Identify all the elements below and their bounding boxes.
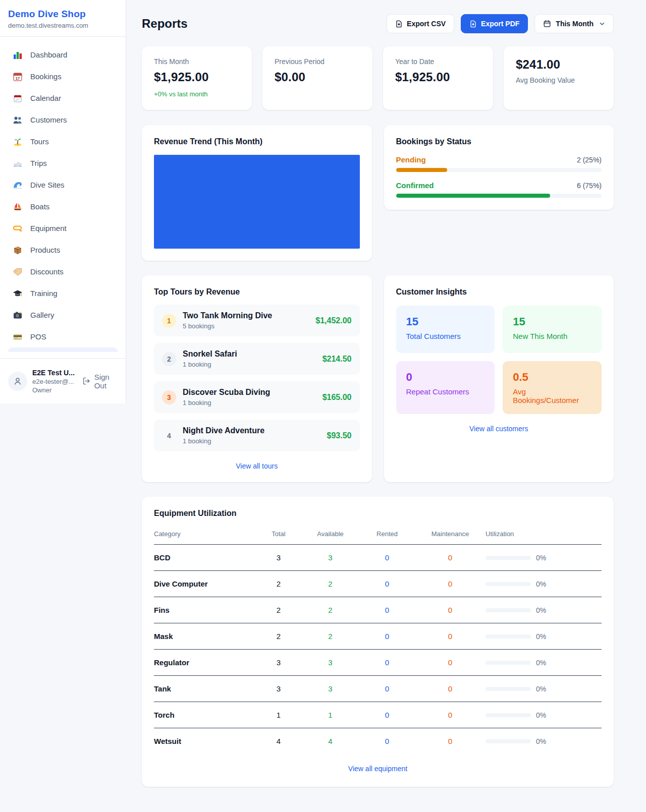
table-row: Wetsuit 4 4 0 0 0%	[154, 728, 602, 755]
sidebar-item-label: Equipment	[30, 224, 67, 233]
column-header-utilization: Utilization	[486, 525, 602, 545]
cell-available: 2	[301, 623, 359, 650]
export-pdf-label: Export PDF	[481, 20, 519, 28]
stat-card-this-month: This Month $1,925.00 +0% vs last month	[142, 46, 252, 110]
user-name: E2E Test U...	[32, 369, 76, 377]
sidebar-item-label: Customers	[30, 115, 67, 124]
cell-category: Dive Computer	[154, 571, 256, 597]
insight-tile-new-this-month: 15 New This Month	[503, 306, 602, 353]
rank-badge: 4	[162, 429, 176, 443]
column-header-available: Available	[301, 525, 359, 545]
tour-list: 1 Two Tank Morning Dive 5 bookings $1,45…	[154, 305, 360, 451]
island-icon	[12, 136, 23, 147]
sidebar-item-label: Dashboard	[30, 50, 67, 59]
view-all-customers-link[interactable]: View all customers	[396, 425, 602, 433]
cell-rented: 0	[359, 597, 415, 623]
utilization-cell: 0%	[486, 580, 602, 588]
utilization-percent: 0%	[536, 554, 546, 562]
sidebar-item-equipment[interactable]: Equipment	[4, 217, 122, 239]
equipment-utilization-card: Equipment Utilization Category Total Ava…	[142, 497, 614, 787]
cell-total: 3	[256, 650, 301, 676]
cell-available: 4	[301, 728, 359, 755]
insight-grid: 15 Total Customers 15 New This Month 0 R…	[396, 306, 602, 414]
sidebar-item-tours[interactable]: Tours	[4, 131, 122, 152]
cell-rented: 0	[359, 571, 415, 597]
tour-revenue: $165.00	[322, 393, 352, 402]
cell-category: Regulator	[154, 650, 256, 676]
period-selector[interactable]: This Month	[534, 14, 614, 33]
cell-total: 4	[256, 728, 301, 755]
status-label-confirmed: Confirmed	[396, 181, 434, 190]
sidebar-item-dive-sites[interactable]: Dive Sites	[4, 174, 122, 196]
file-download-icon	[469, 20, 477, 28]
revenue-trend-chart	[154, 155, 360, 249]
cell-total: 3	[256, 676, 301, 702]
sidebar-item-label: Training	[30, 289, 58, 298]
rank-badge: 1	[162, 314, 176, 328]
sidebar-item-label: Calendar	[30, 94, 61, 102]
tour-list-item[interactable]: 4 Night Dive Adventure 1 booking $93.50	[154, 420, 360, 451]
stat-card-avg-booking-value: $241.00 Avg Booking Value	[504, 46, 614, 110]
top-tours-title: Top Tours by Revenue	[154, 287, 360, 297]
cell-maintenance: 0	[415, 623, 486, 650]
box-icon	[12, 245, 23, 256]
sidebar-item-dashboard[interactable]: Dashboard	[4, 44, 122, 66]
utilization-percent: 0%	[536, 711, 546, 719]
sidebar-item-label: Products	[30, 246, 60, 254]
rank-badge: 2	[162, 352, 176, 366]
tour-list-item[interactable]: 2 Snorkel Safari 1 booking $214.50	[154, 343, 360, 375]
sidebar-item-training[interactable]: Training	[4, 282, 122, 304]
table-row: Regulator 3 3 0 0 0%	[154, 650, 602, 676]
column-header-total: Total	[256, 525, 301, 545]
sidebar-item-gallery[interactable]: Gallery	[4, 304, 122, 326]
sidebar-item-bookings[interactable]: 17 Bookings	[4, 66, 122, 87]
tour-revenue: $93.50	[327, 431, 352, 440]
tour-name: Night Dive Adventure	[183, 426, 264, 435]
bookings-by-status-title: Bookings by Status	[396, 137, 602, 146]
sidebar-item-discounts[interactable]: Discounts	[4, 261, 122, 282]
stat-label: Previous Period	[275, 57, 360, 66]
sidebar-item-calendar[interactable]: Calendar	[4, 87, 122, 109]
cell-available: 3	[301, 545, 359, 571]
export-csv-button[interactable]: Export CSV	[387, 14, 454, 33]
stat-value: $1,925.00	[154, 70, 240, 84]
utilization-cell: 0%	[486, 685, 602, 693]
sidebar-item-trips[interactable]: Trips	[4, 152, 122, 174]
table-row: Dive Computer 2 2 0 0 0%	[154, 571, 602, 597]
cell-total: 3	[256, 545, 301, 571]
utilization-cell: 0%	[486, 659, 602, 667]
sidebar-item-reports-active-partial[interactable]	[8, 347, 118, 352]
utilization-bar	[486, 556, 531, 560]
sign-out-button[interactable]: Sign Out	[82, 373, 120, 390]
stat-label: Year to Date	[395, 57, 481, 66]
tour-list-item[interactable]: 1 Two Tank Morning Dive 5 bookings $1,45…	[154, 305, 360, 336]
status-bar-track	[396, 194, 602, 198]
view-all-tours-link[interactable]: View all tours	[154, 462, 360, 470]
charts-row: Revenue Trend (This Month) Bookings by S…	[142, 125, 614, 261]
cell-rented: 0	[359, 676, 415, 702]
cell-category: BCD	[154, 545, 256, 571]
utilization-cell: 0%	[486, 711, 602, 719]
export-pdf-button[interactable]: Export PDF	[461, 14, 528, 33]
sidebar-item-pos[interactable]: POS	[4, 326, 122, 347]
tour-revenue: $214.50	[322, 355, 352, 364]
stat-card-previous-period: Previous Period $0.00	[262, 46, 372, 110]
speedboat-icon	[12, 158, 23, 169]
insight-tile-total-customers: 15 Total Customers	[396, 306, 495, 353]
stat-change: +0% vs last month	[154, 90, 240, 98]
user-email: e2e-tester@...	[32, 378, 76, 385]
tour-list-item[interactable]: 3 Discover Scuba Diving 1 booking $165.0…	[154, 381, 360, 413]
equipment-utilization-title: Equipment Utilization	[154, 509, 602, 518]
utilization-percent: 0%	[536, 606, 546, 614]
view-all-equipment-link[interactable]: View all equipment	[154, 765, 602, 773]
cell-maintenance: 0	[415, 728, 486, 755]
sidebar-item-label: Dive Sites	[30, 181, 65, 189]
sidebar-item-customers[interactable]: Customers	[4, 109, 122, 131]
sidebar-item-products[interactable]: Products	[4, 239, 122, 261]
sidebar-item-label: Discounts	[30, 267, 64, 276]
status-row-confirmed: Confirmed 6 (75%)	[396, 181, 602, 198]
insight-label: Repeat Customers	[406, 387, 485, 396]
calendar-outline-icon	[543, 20, 551, 28]
sidebar-item-boats[interactable]: Boats	[4, 196, 122, 217]
svg-text:17: 17	[16, 76, 20, 80]
